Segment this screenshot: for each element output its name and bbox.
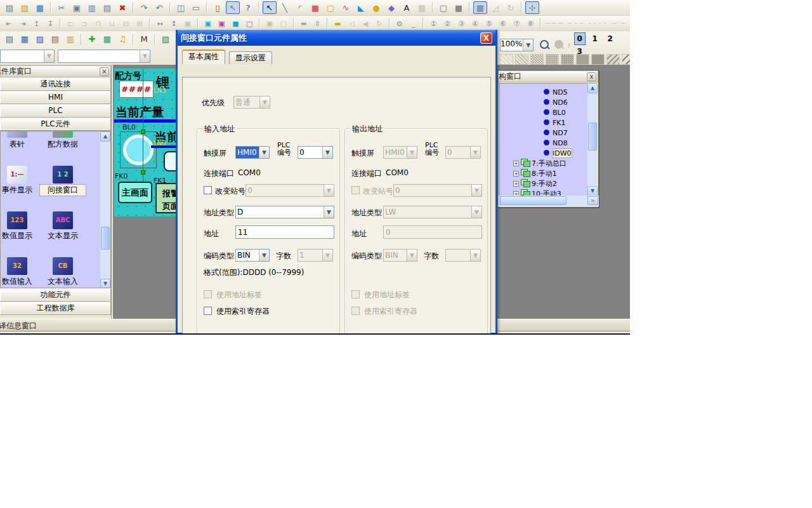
grid-toggle-icon[interactable]: ▦ bbox=[473, 1, 487, 14]
palette-scrollbar[interactable]: ▲ ▼ bbox=[100, 131, 110, 288]
expand-icon[interactable]: + bbox=[513, 171, 519, 177]
selection-handle[interactable] bbox=[141, 170, 145, 175]
new-file-icon[interactable]: ▤ bbox=[3, 1, 16, 14]
help-icon[interactable]: ? bbox=[241, 1, 255, 14]
copy-icon[interactable]: ▣ bbox=[70, 1, 84, 14]
use-address-tag-checkbox[interactable] bbox=[204, 290, 212, 298]
fill-pattern-swatch[interactable] bbox=[561, 54, 574, 65]
fill-pattern-swatch[interactable] bbox=[500, 54, 513, 65]
chevron-down-icon[interactable]: ▼ bbox=[523, 39, 533, 51]
sound-library-icon[interactable]: ♫ bbox=[115, 32, 129, 45]
chevron-down-icon[interactable]: ▼ bbox=[324, 185, 334, 196]
chevron-down-icon[interactable]: ▼ bbox=[140, 50, 150, 62]
tree-node-ND6[interactable]: ND6 bbox=[544, 98, 568, 108]
tree-folder-7:手动总口[interactable]: +7:手动总口 bbox=[513, 159, 566, 169]
send-to-back-icon[interactable]: ▣ bbox=[216, 17, 228, 30]
nudge-right-icon[interactable]: ⇥ bbox=[16, 17, 29, 30]
tree-node-IDW0[interactable]: IDW0 bbox=[544, 149, 572, 159]
library-category-通讯连接[interactable]: 通讯连接 bbox=[0, 77, 111, 91]
scroll-down-icon[interactable]: ▼ bbox=[100, 279, 110, 288]
close-icon[interactable]: × bbox=[100, 67, 109, 76]
group-icon[interactable]: ▣ bbox=[263, 17, 276, 30]
state-3-icon[interactable]: ③ bbox=[455, 17, 468, 30]
chevron-down-icon[interactable]: ▼ bbox=[407, 147, 417, 158]
arc-tool-icon[interactable]: ◜ bbox=[293, 1, 307, 14]
dialog-titlebar[interactable]: 间接窗口元件属性 X bbox=[178, 30, 495, 46]
same-height-icon[interactable]: ↕ bbox=[167, 17, 180, 30]
fill-pattern-swatch[interactable] bbox=[546, 54, 559, 65]
nudge-up-icon[interactable]: ↥ bbox=[30, 17, 43, 30]
line-tool-icon[interactable]: ╲ bbox=[278, 1, 292, 14]
cut-icon[interactable]: ✂ bbox=[55, 1, 69, 14]
select-tool-icon[interactable]: ↖ bbox=[263, 1, 277, 14]
input-station-select[interactable]: 0 ▼ bbox=[246, 184, 334, 197]
frame-style-icon[interactable]: ▢ ▾ bbox=[436, 1, 450, 14]
line-style-dashdot-button[interactable]: —·— bbox=[610, 18, 629, 29]
fill-pattern-swatch[interactable] bbox=[576, 54, 589, 65]
address-book-icon[interactable]: ▯ bbox=[211, 1, 225, 14]
input-address-field[interactable]: 11 bbox=[235, 225, 334, 239]
change-station-checkbox[interactable] bbox=[204, 186, 212, 194]
chevron-down-icon[interactable]: ▼ bbox=[470, 250, 480, 261]
font-size-combobox[interactable]: ▼ bbox=[58, 50, 150, 63]
tree-node-FK1[interactable]: FK1 bbox=[544, 118, 566, 128]
export-doc-icon[interactable]: ▧ bbox=[159, 32, 173, 45]
state-2-icon[interactable]: ② bbox=[441, 17, 454, 30]
chevron-down-icon[interactable]: ▼ bbox=[471, 206, 481, 218]
image-tool-icon[interactable]: ▦ bbox=[415, 1, 429, 14]
output-word-count-select[interactable]: ▼ bbox=[445, 249, 481, 262]
fill-pattern-swatch[interactable] bbox=[622, 54, 630, 65]
scrollbar-thumb[interactable] bbox=[101, 227, 110, 250]
palette-item-表针[interactable]: ◔表针 bbox=[0, 131, 40, 150]
same-width-icon[interactable]: ↔ bbox=[154, 17, 166, 30]
tree-folder-8:手动1[interactable]: +8:手动1 bbox=[513, 169, 557, 179]
zoom-out-icon[interactable] bbox=[538, 39, 550, 51]
align-bottom-icon[interactable]: ⊔ bbox=[106, 17, 119, 30]
use-index-register-checkbox[interactable] bbox=[351, 307, 360, 315]
main-screen-button[interactable]: 主画面 bbox=[118, 182, 152, 203]
roundrect-tool-icon[interactable]: ▢ bbox=[324, 1, 337, 14]
open-file-icon[interactable]: ▨ bbox=[18, 1, 32, 14]
input-plc-number-select[interactable]: 0 ▼ bbox=[298, 146, 333, 159]
chevron-down-icon[interactable]: ▼ bbox=[322, 147, 332, 158]
state-0-button[interactable]: 0 bbox=[574, 32, 586, 45]
binary-encode-icon[interactable]: ▦ bbox=[18, 32, 32, 45]
chevron-down-icon[interactable]: ▼ bbox=[259, 147, 269, 158]
rotate-90-icon[interactable]: ↻ bbox=[373, 17, 386, 30]
library-section-功能元件[interactable]: 功能元件 bbox=[0, 288, 111, 302]
change-station-checkbox[interactable] bbox=[351, 186, 360, 194]
state-1-icon[interactable]: ① bbox=[427, 17, 440, 30]
use-index-register-checkbox[interactable] bbox=[204, 307, 212, 315]
library-category-PLC元件[interactable]: PLC元件 bbox=[0, 117, 111, 131]
align-left-icon[interactable]: ⊏ bbox=[64, 17, 77, 30]
palette-item-事件显示[interactable]: 1:—事件显示 bbox=[0, 166, 40, 196]
project-notes-icon[interactable]: ▤ bbox=[48, 32, 62, 45]
send-backward-icon[interactable]: □ bbox=[243, 17, 256, 30]
chevron-down-icon[interactable]: ▼ bbox=[259, 97, 270, 108]
nudge-down-icon[interactable]: ↧ bbox=[44, 17, 56, 30]
same-size-icon[interactable]: ▣ bbox=[181, 17, 194, 30]
nudge-left-icon[interactable]: ⇤ bbox=[3, 17, 15, 30]
tree-vscrollbar[interactable]: ▲ ▼ bbox=[587, 83, 598, 196]
lamp-element[interactable] bbox=[123, 135, 154, 165]
state-7-icon[interactable]: ⑦ bbox=[510, 17, 523, 30]
output-station-select[interactable]: 0 ▼ bbox=[393, 184, 482, 197]
macro-doc-icon[interactable]: M bbox=[137, 32, 151, 45]
picture-library-icon[interactable]: ▦ bbox=[100, 32, 114, 45]
chevron-down-icon[interactable]: ▼ bbox=[471, 185, 481, 196]
output-address-type-select[interactable]: LW ▼ bbox=[383, 206, 482, 218]
decompile-icon[interactable]: ▨ bbox=[33, 32, 47, 45]
palette-item-数值输入[interactable]: 32数值输入 bbox=[0, 257, 40, 287]
polyline-tool-icon[interactable]: ∿ bbox=[339, 1, 353, 14]
tab-display-settings[interactable]: 显示设置 bbox=[229, 51, 272, 64]
polygon-tool-icon[interactable]: ◣ bbox=[354, 1, 368, 14]
center-horizontal-icon[interactable]: ⊟ bbox=[120, 17, 133, 30]
zoom-in-icon[interactable] bbox=[553, 39, 565, 51]
scroll-up-icon[interactable]: ▲ bbox=[587, 83, 598, 93]
font-name-combobox[interactable]: ▼ bbox=[0, 50, 55, 63]
scale-view-icon[interactable]: ◿ bbox=[488, 1, 502, 14]
scrollbar-thumb[interactable] bbox=[588, 123, 597, 150]
line-style-dot-button[interactable]: - - - - bbox=[588, 18, 607, 29]
zoom-level-combobox[interactable]: 100% ▼ bbox=[500, 39, 534, 51]
priority-select[interactable]: 普通 ▼ bbox=[233, 96, 270, 109]
